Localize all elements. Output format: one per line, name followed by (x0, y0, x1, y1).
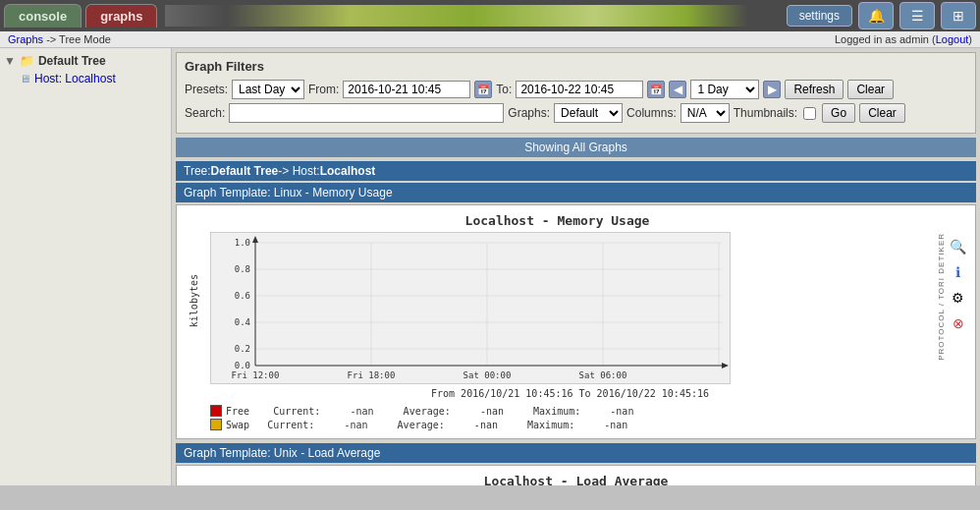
breadcrumb-mode: Tree Mode (59, 33, 111, 45)
graph2-template-header: Graph Template: Unix - Load Average (176, 443, 976, 463)
legend-row-swap: Swap Current: -nan Average: -nan Maximum… (210, 419, 930, 430)
graph1-template-header: Graph Template: Linux - Memory Usage (176, 183, 976, 202)
refresh-button[interactable]: Refresh (785, 80, 844, 99)
to-calendar-icon[interactable]: 📅 (647, 81, 665, 98)
tree-breadcrumb: Tree:Default Tree-> Host:Localhost (176, 161, 976, 181)
clear-button-1[interactable]: Clear (847, 80, 894, 99)
search-input[interactable] (229, 103, 504, 123)
range-forward-icon[interactable]: ▶ (763, 81, 781, 98)
bell-icon[interactable]: 🔔 (858, 2, 894, 29)
tree-name: Default Tree (211, 164, 279, 178)
svg-text:0.6: 0.6 (235, 291, 250, 301)
graph1-template-name: Linux - Memory Usage (274, 186, 393, 199)
presets-label: Presets: (185, 83, 228, 96)
graph-filters-title: Graph Filters (185, 59, 967, 74)
graph1-date-range: From 2016/10/21 10:45:16 To 2016/10/22 1… (210, 388, 930, 399)
from-calendar-icon[interactable]: 📅 (474, 81, 492, 98)
search-label: Search: (185, 106, 225, 120)
graphs-link[interactable]: Graphs (8, 33, 43, 45)
go-button[interactable]: Go (822, 103, 855, 123)
graph1-container: Localhost - Memory Usage kilobytes (176, 204, 976, 439)
graphs-tab-label: graphs (100, 9, 142, 24)
svg-text:Fri 12:00: Fri 12:00 (232, 370, 280, 380)
graphs-select[interactable]: Default (554, 103, 623, 123)
graph2-template-name: Unix - Load Average (274, 446, 381, 460)
collapse-icon: ▼ (4, 54, 16, 68)
presets-select[interactable]: Last Day (232, 80, 304, 99)
host-name: Localhost (320, 164, 376, 178)
svg-marker-13 (722, 363, 729, 368)
showing-banner: Showing All Graphs (176, 138, 976, 157)
graph1-area: Localhost - Memory Usage kilobytes (185, 213, 930, 430)
graph1-title: Localhost - Memory Usage (185, 213, 930, 228)
list-icon[interactable]: ☰ (899, 2, 935, 29)
to-date-input[interactable] (516, 81, 643, 98)
clear-button-2[interactable]: Clear (859, 103, 905, 123)
console-tab[interactable]: console (4, 4, 82, 28)
filter-row-1: Presets: Last Day From: 📅 To: 📅 ◀ 1 Day … (185, 80, 967, 99)
console-tab-label: console (19, 9, 67, 24)
free-color (210, 405, 222, 417)
y-axis-label: kilobytes (189, 274, 199, 327)
graph-filters-panel: Graph Filters Presets: Last Day From: 📅 … (176, 52, 976, 134)
graph-delete-icon[interactable]: ⊗ (949, 313, 968, 333)
graph2-container: Localhost - Load Average (176, 465, 976, 485)
default-tree-label: Default Tree (38, 54, 106, 68)
sidebar: ▼ 📁 Default Tree 🖥 Host: Localhost (0, 48, 172, 485)
svg-text:Fri 18:00: Fri 18:00 (348, 370, 396, 380)
svg-text:Sat 00:00: Sat 00:00 (463, 370, 512, 380)
thumbnails-checkbox[interactable] (803, 107, 816, 120)
zoom-icon[interactable]: 🔍 (949, 237, 968, 256)
settings-label: settings (799, 9, 840, 23)
svg-text:0.4: 0.4 (235, 317, 250, 327)
svg-text:Sat 06:00: Sat 06:00 (579, 370, 627, 380)
content-area: Graph Filters Presets: Last Day From: 📅 … (172, 48, 980, 485)
graph1-side-panel: PROTOCOL / TORI DETIKER 🔍 ℹ ⚙ ⊗ (938, 213, 967, 430)
info-icon[interactable]: ℹ (949, 262, 968, 282)
range-back-icon[interactable]: ◀ (669, 81, 686, 98)
range-select[interactable]: 1 Day (690, 80, 759, 99)
graph-settings-icon[interactable]: ⚙ (949, 288, 968, 308)
legend-row-free: Free Current: -nan Average: -nan Maximum… (210, 405, 930, 417)
filter-row-2: Search: Graphs: Default Columns: N/A Thu… (185, 103, 967, 123)
host-icon: 🖥 (20, 73, 30, 85)
nav-right: settings 🔔 ☰ ⊞ (787, 2, 976, 29)
thumbnails-label: Thumbnails: (734, 106, 797, 120)
logout-link[interactable]: Logout (936, 33, 969, 45)
from-label: From: (308, 83, 339, 96)
graph1-svg: 1.0 0.8 0.6 0.4 0.2 0.0 Fri 12:00 Fri 18… (210, 232, 731, 384)
svg-marker-14 (252, 236, 258, 243)
graph2-title: Localhost - Load Average (185, 474, 967, 485)
svg-text:0.2: 0.2 (235, 344, 250, 354)
expand-icon[interactable]: ⊞ (941, 2, 976, 29)
nav-tabs: console graphs (4, 4, 157, 28)
graph1-legend: Free Current: -nan Average: -nan Maximum… (210, 405, 930, 430)
columns-label: Columns: (626, 106, 677, 120)
to-label: To: (496, 83, 512, 96)
svg-text:0.8: 0.8 (235, 264, 250, 274)
swap-color (210, 419, 222, 430)
auth-info: Logged in as admin (Logout) (835, 33, 972, 45)
from-date-input[interactable] (343, 81, 470, 98)
breadcrumb-bar: Graphs -> Tree Mode Logged in as admin (… (0, 31, 980, 48)
protocol-text: PROTOCOL / TORI DETIKER (937, 233, 947, 361)
settings-button[interactable]: settings (787, 5, 852, 27)
breadcrumb: Graphs -> Tree Mode (8, 33, 111, 45)
columns-select[interactable]: N/A (681, 103, 730, 123)
svg-text:0.0: 0.0 (235, 361, 250, 370)
sidebar-default-tree[interactable]: ▼ 📁 Default Tree (0, 52, 171, 70)
svg-text:1.0: 1.0 (235, 238, 250, 248)
graphs-filter-label: Graphs: (508, 106, 550, 120)
sidebar-host-localhost[interactable]: 🖥 Host: Localhost (0, 70, 171, 87)
graphs-tab[interactable]: graphs (85, 4, 157, 28)
host-label: Host: Localhost (34, 72, 116, 85)
folder-icon: 📁 (20, 54, 34, 68)
